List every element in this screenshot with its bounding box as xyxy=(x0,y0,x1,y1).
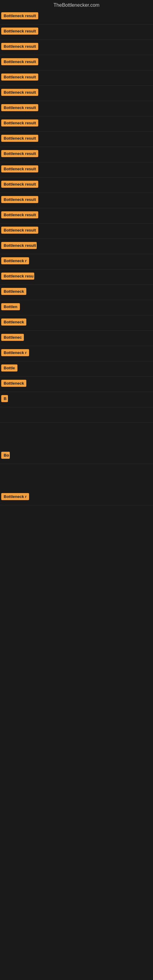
bottleneck-badge[interactable]: Bottleneck result xyxy=(1,27,38,35)
bottleneck-badge[interactable]: B xyxy=(1,395,8,402)
bottleneck-badge[interactable]: Bottleneck result xyxy=(1,181,38,188)
result-row: Bottleneck xyxy=(0,377,153,392)
result-row: Bottleneck result xyxy=(0,147,153,162)
spacer-row xyxy=(0,423,153,449)
bottleneck-badge[interactable]: Bottleneck result xyxy=(1,89,38,96)
result-row: Bottleneck result xyxy=(0,178,153,193)
result-row: Bottleneck result xyxy=(0,86,153,101)
bottleneck-badge[interactable]: Bottleneck xyxy=(1,318,26,326)
result-row: Bottleneck r xyxy=(0,346,153,361)
result-row: Bottleneck result xyxy=(0,162,153,178)
result-row: Bottle xyxy=(0,361,153,377)
bottleneck-badge[interactable]: Bottle xyxy=(1,364,18,371)
site-title: TheBottlenecker.com xyxy=(0,0,153,9)
result-row: Bottleneck result xyxy=(0,40,153,55)
result-row: Bottleneck result xyxy=(0,132,153,147)
bottleneck-badge[interactable]: Bottleneck result xyxy=(1,119,38,126)
result-row: B xyxy=(0,392,153,407)
result-row: Bottlenec xyxy=(0,331,153,346)
result-row: Bottleneck r xyxy=(0,254,153,269)
bottleneck-badge[interactable]: Bottleneck xyxy=(1,380,26,387)
bottleneck-badge[interactable]: Bottleneck result xyxy=(1,165,38,172)
result-row: Bottleneck result xyxy=(0,116,153,132)
bottleneck-badge[interactable]: Bottleneck resu xyxy=(1,272,34,280)
result-row: Bottleneck xyxy=(0,315,153,331)
bottleneck-badge[interactable]: Bottleneck result xyxy=(1,135,38,142)
results-container: Bottleneck resultBottleneck resultBottle… xyxy=(0,9,153,505)
bottleneck-badge[interactable]: Bottleneck xyxy=(1,288,26,295)
bottleneck-badge[interactable]: Bottleneck result xyxy=(1,196,38,203)
bottleneck-badge[interactable]: Bottlenec xyxy=(1,334,24,341)
result-row: Bottleneck resu xyxy=(0,269,153,285)
result-row: Bottleneck result xyxy=(0,70,153,86)
page-container: TheBottlenecker.com Bottleneck resultBot… xyxy=(0,0,153,980)
result-row: Bottleneck result xyxy=(0,101,153,116)
bottleneck-badge[interactable]: Bottleneck result xyxy=(1,43,38,50)
result-row: Bottleneck result xyxy=(0,9,153,24)
result-row: Bottleneck result xyxy=(0,24,153,40)
bottleneck-badge[interactable]: Bottleneck result xyxy=(1,104,38,111)
bottleneck-badge[interactable]: Bottleneck result xyxy=(1,12,38,19)
result-row: Bottleneck r xyxy=(0,490,153,505)
result-row xyxy=(0,407,153,423)
result-row: Bottleneck xyxy=(0,285,153,300)
result-row: Bottleneck result xyxy=(0,193,153,208)
result-row: Bo xyxy=(0,449,153,464)
bottleneck-badge[interactable]: Bottleneck result xyxy=(1,150,38,157)
result-row: Bottleneck result xyxy=(0,208,153,224)
bottleneck-badge[interactable]: Bottleneck result xyxy=(1,73,38,81)
bottleneck-badge[interactable]: Bottleneck result xyxy=(1,242,37,249)
result-row: Bottleneck result xyxy=(0,224,153,239)
result-row: Bottleneck result xyxy=(0,239,153,254)
bottleneck-badge[interactable]: Bottleneck result xyxy=(1,211,38,218)
bottleneck-badge[interactable]: Bottleneck r xyxy=(1,257,29,264)
result-row: Bottlen xyxy=(0,300,153,315)
bottleneck-badge[interactable]: Bottleneck r xyxy=(1,493,29,500)
bottleneck-badge[interactable]: Bottleneck r xyxy=(1,349,29,356)
bottleneck-badge[interactable]: Bottleneck result xyxy=(1,58,38,65)
result-row: Bottleneck result xyxy=(0,55,153,70)
bottleneck-badge[interactable]: Bottlen xyxy=(1,303,20,310)
bottleneck-badge[interactable]: Bo xyxy=(1,452,10,459)
spacer-row xyxy=(0,464,153,490)
bottleneck-badge[interactable]: Bottleneck result xyxy=(1,227,38,234)
